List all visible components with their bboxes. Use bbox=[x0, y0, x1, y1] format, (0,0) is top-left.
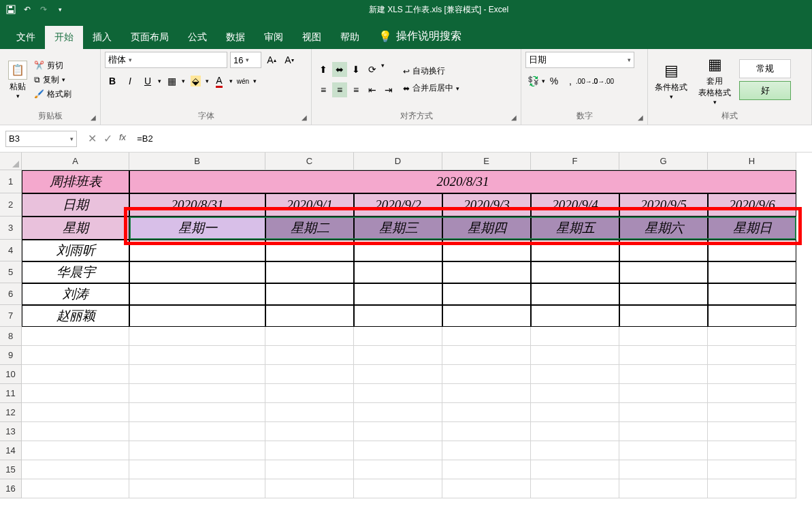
font-size-select[interactable]: 16▾ bbox=[230, 52, 261, 68]
merge-center-button[interactable]: ⬌合并后居中▾ bbox=[403, 82, 459, 94]
cell-F8[interactable] bbox=[531, 327, 619, 346]
cell-A16[interactable] bbox=[22, 479, 129, 498]
tab-help[interactable]: 帮助 bbox=[331, 26, 369, 49]
cell-H16[interactable] bbox=[708, 479, 796, 498]
cell-E8[interactable] bbox=[442, 327, 531, 346]
cell-H11[interactable] bbox=[708, 384, 796, 403]
align-center-icon[interactable]: ≡ bbox=[332, 82, 347, 97]
cell-D10[interactable] bbox=[354, 365, 442, 384]
cell-B3[interactable]: 星期一 bbox=[129, 217, 265, 240]
cell-F15[interactable] bbox=[531, 460, 619, 479]
cell-G3[interactable]: 星期六 bbox=[619, 217, 708, 240]
cell-D14[interactable] bbox=[354, 441, 442, 460]
bold-button[interactable]: B bbox=[105, 74, 120, 89]
cell-C2[interactable]: 2020/9/1 bbox=[265, 193, 354, 217]
redo-icon[interactable]: ↷ bbox=[38, 4, 49, 15]
cell-A2[interactable]: 日期 bbox=[22, 193, 129, 217]
align-left-icon[interactable]: ≡ bbox=[316, 82, 331, 97]
cell-E6[interactable] bbox=[442, 283, 531, 305]
enter-icon[interactable]: ✓ bbox=[103, 132, 112, 145]
cell-B4[interactable] bbox=[129, 240, 265, 261]
decrease-font-icon[interactable]: A▾ bbox=[282, 52, 297, 67]
format-as-table-button[interactable]: ▦ 套用 表格格式▾ bbox=[696, 52, 734, 107]
cell-A12[interactable] bbox=[22, 403, 129, 422]
cell-G7[interactable] bbox=[619, 305, 708, 327]
cell-C13[interactable] bbox=[265, 422, 354, 441]
cell-A10[interactable] bbox=[22, 365, 129, 384]
col-header-F[interactable]: F bbox=[531, 153, 619, 170]
cell-G2[interactable]: 2020/9/5 bbox=[619, 193, 708, 217]
increase-font-icon[interactable]: A▴ bbox=[264, 52, 279, 67]
number-format-select[interactable]: 日期▾ bbox=[525, 52, 634, 68]
row-header-10[interactable]: 10 bbox=[0, 365, 22, 384]
row-header-2[interactable]: 2 bbox=[0, 193, 22, 217]
border-button[interactable]: ▦ bbox=[164, 74, 179, 89]
cell-A5[interactable]: 华晨宇 bbox=[22, 261, 129, 283]
col-header-H[interactable]: H bbox=[708, 153, 796, 170]
accounting-button[interactable]: 💱 bbox=[525, 74, 540, 89]
cell-B13[interactable] bbox=[129, 422, 265, 441]
dialog-launcher-icon[interactable]: ◢ bbox=[636, 114, 645, 122]
font-name-select[interactable]: 楷体▾ bbox=[105, 52, 227, 68]
indent-decrease-icon[interactable]: ⇤ bbox=[365, 82, 380, 97]
cell-C4[interactable] bbox=[265, 240, 354, 261]
row-header-15[interactable]: 15 bbox=[0, 460, 22, 479]
cell-C14[interactable] bbox=[265, 441, 354, 460]
cell-D16[interactable] bbox=[354, 479, 442, 498]
cell-H7[interactable] bbox=[708, 305, 796, 327]
cell-A3[interactable]: 星期 bbox=[22, 217, 129, 240]
cell-F10[interactable] bbox=[531, 365, 619, 384]
cell-B7[interactable] bbox=[129, 305, 265, 327]
fx-icon[interactable]: fx bbox=[119, 132, 126, 145]
cell-G6[interactable] bbox=[619, 283, 708, 305]
paste-dropdown-icon[interactable]: ▾ bbox=[16, 93, 20, 99]
cell-G11[interactable] bbox=[619, 384, 708, 403]
style-normal[interactable]: 常规 bbox=[739, 59, 791, 78]
cell-A13[interactable] bbox=[22, 422, 129, 441]
row-header-5[interactable]: 5 bbox=[0, 261, 22, 283]
cell-D2[interactable]: 2020/9/2 bbox=[354, 193, 442, 217]
cell-C5[interactable] bbox=[265, 261, 354, 283]
cell-C11[interactable] bbox=[265, 384, 354, 403]
row-header-16[interactable]: 16 bbox=[0, 479, 22, 498]
cell-E14[interactable] bbox=[442, 441, 531, 460]
cell-F4[interactable] bbox=[531, 240, 619, 261]
cell-G9[interactable] bbox=[619, 346, 708, 365]
row-header-12[interactable]: 12 bbox=[0, 403, 22, 422]
decrease-decimal-icon[interactable]: .0→.00 bbox=[596, 74, 611, 89]
cell-F5[interactable] bbox=[531, 261, 619, 283]
cell-H5[interactable] bbox=[708, 261, 796, 283]
cut-button[interactable]: ✂️剪切 bbox=[34, 60, 71, 71]
cell-D9[interactable] bbox=[354, 346, 442, 365]
cell-H9[interactable] bbox=[708, 346, 796, 365]
tab-review[interactable]: 审阅 bbox=[255, 26, 293, 49]
name-box[interactable]: B3▾ bbox=[5, 131, 77, 147]
wrap-text-button[interactable]: ↩自动换行 bbox=[403, 65, 459, 77]
cell-A8[interactable] bbox=[22, 327, 129, 346]
cell-H8[interactable] bbox=[708, 327, 796, 346]
cell-C16[interactable] bbox=[265, 479, 354, 498]
cell-D12[interactable] bbox=[354, 403, 442, 422]
cell-E16[interactable] bbox=[442, 479, 531, 498]
cell-H14[interactable] bbox=[708, 441, 796, 460]
col-header-C[interactable]: C bbox=[265, 153, 354, 170]
cell-C7[interactable] bbox=[265, 305, 354, 327]
paste-icon[interactable]: 📋 bbox=[8, 61, 27, 80]
tell-me[interactable]: 💡 操作说明搜索 bbox=[369, 24, 471, 49]
formula-input[interactable] bbox=[131, 131, 812, 147]
fill-color-button[interactable]: ⬙ bbox=[188, 74, 203, 89]
cell-C10[interactable] bbox=[265, 365, 354, 384]
cell-A14[interactable] bbox=[22, 441, 129, 460]
cell-F2[interactable]: 2020/9/4 bbox=[531, 193, 619, 217]
align-top-icon[interactable]: ⬆ bbox=[316, 62, 331, 77]
row-header-8[interactable]: 8 bbox=[0, 327, 22, 346]
cell-E7[interactable] bbox=[442, 305, 531, 327]
col-header-B[interactable]: B bbox=[129, 153, 265, 170]
select-all-corner[interactable] bbox=[0, 153, 22, 170]
cell-C12[interactable] bbox=[265, 403, 354, 422]
cell-B10[interactable] bbox=[129, 365, 265, 384]
tab-home[interactable]: 开始 bbox=[45, 26, 83, 49]
cell-C15[interactable] bbox=[265, 460, 354, 479]
cell-C8[interactable] bbox=[265, 327, 354, 346]
cell-G8[interactable] bbox=[619, 327, 708, 346]
